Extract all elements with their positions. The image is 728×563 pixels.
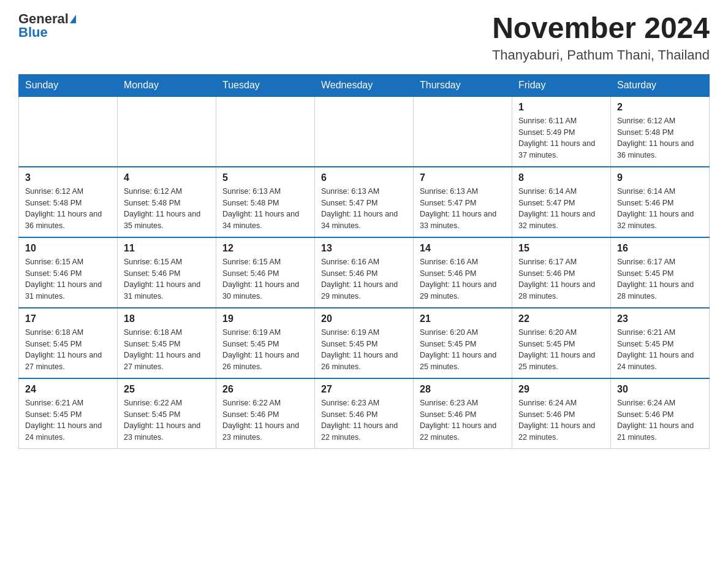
day-info: Sunrise: 6:22 AM Sunset: 5:46 PM Dayligh… [222, 397, 308, 443]
day-number: 5 [222, 172, 308, 183]
weekday-header-saturday: Saturday [611, 74, 710, 96]
week-row-4: 17Sunrise: 6:18 AM Sunset: 5:45 PM Dayli… [19, 308, 710, 378]
day-number: 24 [25, 384, 111, 395]
calendar-cell [315, 96, 414, 167]
day-info: Sunrise: 6:15 AM Sunset: 5:46 PM Dayligh… [25, 256, 111, 302]
day-number: 2 [617, 102, 703, 113]
day-number: 14 [420, 243, 506, 254]
calendar-cell: 26Sunrise: 6:22 AM Sunset: 5:46 PM Dayli… [216, 378, 315, 449]
calendar-cell [216, 96, 315, 167]
day-info: Sunrise: 6:12 AM Sunset: 5:48 PM Dayligh… [25, 186, 111, 232]
weekday-header-friday: Friday [512, 74, 611, 96]
day-info: Sunrise: 6:20 AM Sunset: 5:45 PM Dayligh… [420, 327, 506, 373]
day-number: 29 [518, 384, 604, 395]
calendar-cell: 9Sunrise: 6:14 AM Sunset: 5:46 PM Daylig… [611, 167, 710, 237]
day-info: Sunrise: 6:12 AM Sunset: 5:48 PM Dayligh… [617, 115, 703, 161]
day-number: 4 [124, 172, 210, 183]
day-number: 8 [518, 172, 604, 183]
day-number: 11 [124, 243, 210, 254]
day-info: Sunrise: 6:15 AM Sunset: 5:46 PM Dayligh… [222, 256, 308, 302]
calendar-cell: 3Sunrise: 6:12 AM Sunset: 5:48 PM Daylig… [19, 167, 118, 237]
day-info: Sunrise: 6:23 AM Sunset: 5:46 PM Dayligh… [321, 397, 407, 443]
day-number: 1 [518, 102, 604, 113]
day-number: 27 [321, 384, 407, 395]
calendar-cell: 23Sunrise: 6:21 AM Sunset: 5:45 PM Dayli… [611, 308, 710, 378]
day-number: 9 [617, 172, 703, 183]
day-number: 26 [222, 384, 308, 395]
month-title: November 2024 [492, 12, 710, 45]
day-info: Sunrise: 6:16 AM Sunset: 5:46 PM Dayligh… [420, 256, 506, 302]
day-number: 28 [420, 384, 506, 395]
calendar-cell [19, 96, 118, 167]
calendar-cell: 25Sunrise: 6:22 AM Sunset: 5:45 PM Dayli… [118, 378, 216, 449]
day-number: 23 [617, 313, 703, 324]
calendar-cell: 6Sunrise: 6:13 AM Sunset: 5:47 PM Daylig… [315, 167, 414, 237]
day-number: 25 [124, 384, 210, 395]
calendar-cell: 17Sunrise: 6:18 AM Sunset: 5:45 PM Dayli… [19, 308, 118, 378]
calendar-cell: 22Sunrise: 6:20 AM Sunset: 5:45 PM Dayli… [512, 308, 611, 378]
day-number: 13 [321, 243, 407, 254]
day-number: 7 [420, 172, 506, 183]
calendar-cell: 28Sunrise: 6:23 AM Sunset: 5:46 PM Dayli… [414, 378, 512, 449]
calendar-cell: 21Sunrise: 6:20 AM Sunset: 5:45 PM Dayli… [414, 308, 512, 378]
day-number: 30 [617, 384, 703, 395]
day-number: 12 [222, 243, 308, 254]
day-info: Sunrise: 6:18 AM Sunset: 5:45 PM Dayligh… [124, 327, 210, 373]
day-info: Sunrise: 6:13 AM Sunset: 5:48 PM Dayligh… [222, 186, 308, 232]
day-number: 17 [25, 313, 111, 324]
calendar-cell: 27Sunrise: 6:23 AM Sunset: 5:46 PM Dayli… [315, 378, 414, 449]
calendar-cell: 14Sunrise: 6:16 AM Sunset: 5:46 PM Dayli… [414, 237, 512, 308]
calendar-cell: 20Sunrise: 6:19 AM Sunset: 5:45 PM Dayli… [315, 308, 414, 378]
page-header: General Blue November 2024 Thanyaburi, P… [18, 12, 710, 63]
day-info: Sunrise: 6:19 AM Sunset: 5:45 PM Dayligh… [222, 327, 308, 373]
week-row-5: 24Sunrise: 6:21 AM Sunset: 5:45 PM Dayli… [19, 378, 710, 449]
calendar-table: SundayMondayTuesdayWednesdayThursdayFrid… [18, 74, 710, 449]
day-number: 15 [518, 243, 604, 254]
week-row-1: 1Sunrise: 6:11 AM Sunset: 5:49 PM Daylig… [19, 96, 710, 167]
day-number: 3 [25, 172, 111, 183]
location-title: Thanyaburi, Pathum Thani, Thailand [492, 47, 710, 63]
calendar-cell: 11Sunrise: 6:15 AM Sunset: 5:46 PM Dayli… [118, 237, 216, 308]
calendar-cell: 24Sunrise: 6:21 AM Sunset: 5:45 PM Dayli… [19, 378, 118, 449]
day-number: 18 [124, 313, 210, 324]
day-number: 10 [25, 243, 111, 254]
weekday-header-monday: Monday [118, 74, 216, 96]
weekday-header-row: SundayMondayTuesdayWednesdayThursdayFrid… [19, 74, 710, 96]
logo-blue-text: Blue [18, 26, 48, 39]
day-info: Sunrise: 6:23 AM Sunset: 5:46 PM Dayligh… [420, 397, 506, 443]
weekday-header-tuesday: Tuesday [216, 74, 315, 96]
day-info: Sunrise: 6:12 AM Sunset: 5:48 PM Dayligh… [124, 186, 210, 232]
weekday-header-wednesday: Wednesday [315, 74, 414, 96]
day-info: Sunrise: 6:18 AM Sunset: 5:45 PM Dayligh… [25, 327, 111, 373]
day-number: 20 [321, 313, 407, 324]
day-info: Sunrise: 6:19 AM Sunset: 5:45 PM Dayligh… [321, 327, 407, 373]
day-info: Sunrise: 6:14 AM Sunset: 5:47 PM Dayligh… [518, 186, 604, 232]
calendar-cell [118, 96, 216, 167]
week-row-2: 3Sunrise: 6:12 AM Sunset: 5:48 PM Daylig… [19, 167, 710, 237]
day-info: Sunrise: 6:15 AM Sunset: 5:46 PM Dayligh… [124, 256, 210, 302]
day-info: Sunrise: 6:24 AM Sunset: 5:46 PM Dayligh… [518, 397, 604, 443]
day-number: 16 [617, 243, 703, 254]
day-info: Sunrise: 6:13 AM Sunset: 5:47 PM Dayligh… [420, 186, 506, 232]
day-number: 19 [222, 313, 308, 324]
day-info: Sunrise: 6:22 AM Sunset: 5:45 PM Dayligh… [124, 397, 210, 443]
calendar-cell: 18Sunrise: 6:18 AM Sunset: 5:45 PM Dayli… [118, 308, 216, 378]
calendar-cell: 30Sunrise: 6:24 AM Sunset: 5:46 PM Dayli… [611, 378, 710, 449]
logo-triangle-icon [70, 15, 76, 23]
calendar-cell: 2Sunrise: 6:12 AM Sunset: 5:48 PM Daylig… [611, 96, 710, 167]
day-number: 22 [518, 313, 604, 324]
weekday-header-thursday: Thursday [414, 74, 512, 96]
calendar-cell: 1Sunrise: 6:11 AM Sunset: 5:49 PM Daylig… [512, 96, 611, 167]
day-info: Sunrise: 6:17 AM Sunset: 5:45 PM Dayligh… [617, 256, 703, 302]
calendar-cell: 16Sunrise: 6:17 AM Sunset: 5:45 PM Dayli… [611, 237, 710, 308]
day-info: Sunrise: 6:20 AM Sunset: 5:45 PM Dayligh… [518, 327, 604, 373]
day-info: Sunrise: 6:24 AM Sunset: 5:46 PM Dayligh… [617, 397, 703, 443]
calendar-cell: 19Sunrise: 6:19 AM Sunset: 5:45 PM Dayli… [216, 308, 315, 378]
day-number: 21 [420, 313, 506, 324]
calendar-cell: 15Sunrise: 6:17 AM Sunset: 5:46 PM Dayli… [512, 237, 611, 308]
calendar-cell: 10Sunrise: 6:15 AM Sunset: 5:46 PM Dayli… [19, 237, 118, 308]
logo: General Blue [18, 12, 76, 39]
day-info: Sunrise: 6:14 AM Sunset: 5:46 PM Dayligh… [617, 186, 703, 232]
calendar-cell: 5Sunrise: 6:13 AM Sunset: 5:48 PM Daylig… [216, 167, 315, 237]
day-info: Sunrise: 6:16 AM Sunset: 5:46 PM Dayligh… [321, 256, 407, 302]
